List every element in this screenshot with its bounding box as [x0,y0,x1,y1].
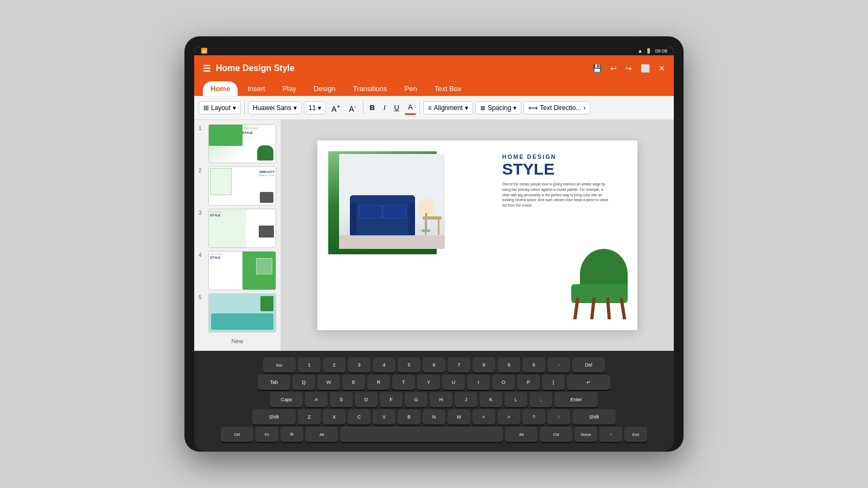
key-o[interactable]: O [492,375,515,390]
key-r[interactable]: R [367,375,390,390]
key-i[interactable]: I [467,375,490,390]
key-0[interactable]: 0 [522,357,545,373]
key-b[interactable]: B [398,409,420,425]
slide-thumb-2[interactable]: SIMPLICITY DESIGN STYLE [208,166,276,206]
key-up-bottom[interactable]: ↑ [599,427,622,442]
save-icon[interactable]: 💾 [592,64,602,73]
slide-thumb-1[interactable]: Home Design STYLE [208,124,276,163]
key-end[interactable]: End [624,427,647,442]
key-4[interactable]: 4 [373,357,395,373]
underline-button[interactable]: U [391,101,403,114]
redo-icon[interactable]: ↪ [626,64,632,73]
spacing-button[interactable]: ≣ Spacing ▾ [475,101,521,114]
key-8[interactable]: 8 [473,357,495,373]
slide-thumb-4[interactable]: Home Design STYLE [208,251,276,290]
tab-pen[interactable]: Pen [397,81,425,96]
key-caps[interactable]: Caps [270,392,303,407]
tab-home[interactable]: Home [203,81,238,96]
key-u[interactable]: U [442,375,465,390]
font-size-increase[interactable]: A+ [328,100,343,115]
view-icon[interactable]: ⬜ [641,64,650,73]
font-selector[interactable]: Huawei Sans ▾ [248,101,302,114]
key-1[interactable]: 1 [298,357,321,373]
key-ctrl-right[interactable]: Ctrl [540,427,572,442]
key-del[interactable]: Del [572,357,605,373]
key-ctrl-left[interactable]: Ctrl [221,427,253,442]
slide-item-5[interactable]: 5 [199,293,276,332]
tab-textbox[interactable]: Text Box [427,81,469,96]
slide-item-3[interactable]: 3 How it Feels STYLE [199,209,276,248]
key-p[interactable]: P [517,375,540,390]
text-direction-button[interactable]: ⟺ Text Directio... › [524,101,590,114]
tab-transitions[interactable]: Transitions [345,81,394,96]
key-x[interactable]: X [323,409,346,425]
key-d[interactable]: D [355,392,378,407]
key-enter-top[interactable]: ↵ [567,375,610,390]
italic-button[interactable]: I [380,101,389,114]
alignment-button[interactable]: ≡ Alignment ▾ [423,101,473,114]
key-k[interactable]: K [480,392,502,407]
key-home[interactable]: Home [575,427,597,442]
key-enter[interactable]: Enter [554,392,598,407]
layout-chevron-icon: ▾ [233,104,236,112]
undo-icon[interactable]: ↩ [610,64,617,73]
key-tab[interactable]: Tab [258,375,290,390]
key-5[interactable]: 5 [398,357,420,373]
hamburger-icon[interactable]: ☰ [203,63,210,74]
key-esc[interactable]: Esc [263,357,296,373]
key-alt-left[interactable]: Alt [305,427,338,442]
key-win[interactable]: ⊞ [280,427,303,442]
key-slash[interactable]: ? [522,409,545,425]
key-z[interactable]: Z [298,409,321,425]
key-up[interactable]: ↑ [547,409,570,425]
slide-canvas[interactable]: HOME DESIGN STYLE One of the trends peop… [317,140,637,330]
key-g[interactable]: G [405,392,427,407]
key-c[interactable]: C [348,409,371,425]
key-s[interactable]: S [330,392,353,407]
key-gt[interactable]: > [497,409,520,425]
layout-button[interactable]: ⊞ Layout ▾ [199,101,241,114]
key-semicolon[interactable]: ; [529,392,552,407]
key-shift-left[interactable]: Shift [252,409,296,425]
slide-thumb-5[interactable] [208,293,276,332]
font-size-selector[interactable]: 11 ▾ [304,101,326,114]
key-m[interactable]: M [448,409,470,425]
key-alt-right[interactable]: Alt [505,427,538,442]
key-space[interactable] [340,427,503,442]
key-t[interactable]: T [392,375,415,390]
tab-play[interactable]: Play [275,81,304,96]
slide-item-1[interactable]: 1 Home Design STYLE [199,124,276,163]
key-f[interactable]: F [380,392,403,407]
tab-design[interactable]: Design [306,81,343,96]
key-w[interactable]: W [317,375,340,390]
key-minus[interactable]: - [547,357,570,373]
key-h[interactable]: H [430,392,452,407]
key-7[interactable]: 7 [448,357,470,373]
key-lt[interactable]: < [473,409,495,425]
key-3[interactable]: 3 [348,357,371,373]
key-v[interactable]: V [373,409,395,425]
slide-item-2[interactable]: 2 SIMPLICITY DESIGN STYLE [199,166,276,206]
toolbar-divider-3 [419,101,420,114]
key-j[interactable]: J [455,392,477,407]
key-q[interactable]: Q [292,375,315,390]
key-9[interactable]: 9 [497,357,520,373]
key-e[interactable]: E [342,375,365,390]
font-color-button[interactable]: A [405,101,416,115]
key-6[interactable]: 6 [423,357,445,373]
bold-button[interactable]: B [367,101,378,114]
key-bracket-open[interactable]: { [542,375,565,390]
close-icon[interactable]: ✕ [659,64,665,73]
key-fn[interactable]: Fn [256,427,278,442]
key-a[interactable]: A [305,392,328,407]
slide-new-label[interactable]: New [199,336,276,346]
key-y[interactable]: Y [417,375,440,390]
slide-thumb-3[interactable]: How it Feels STYLE [208,209,276,248]
key-shift-right[interactable]: Shift [572,409,616,425]
key-l[interactable]: L [505,392,527,407]
tab-insert[interactable]: Insert [240,81,273,96]
key-2[interactable]: 2 [323,357,346,373]
key-n[interactable]: N [423,409,445,425]
font-size-decrease[interactable]: A- [346,100,359,115]
slide-item-4[interactable]: 4 Home Design STYLE [199,251,276,290]
